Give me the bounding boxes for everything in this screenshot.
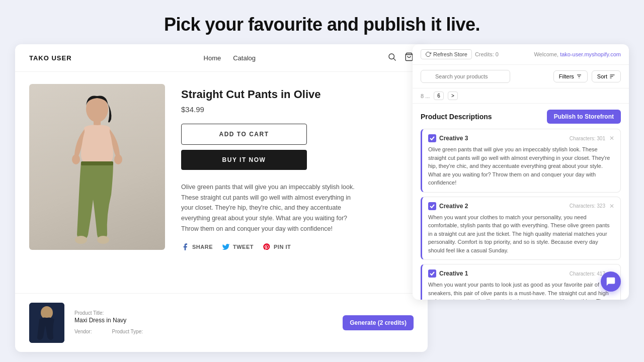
shopify-card: TAKO USER Home Catalog [15,44,428,352]
creative-2-label: Creative 2 [439,203,468,210]
credits-display: Credits: 0 [475,51,499,57]
shopify-nav: Home Catalog [204,54,256,62]
pagination-prev: 8 ... [421,93,430,99]
product-price: $34.99 [181,105,414,114]
creative-3-close[interactable]: ✕ [609,135,614,142]
tako-search-row: Filters Sort [413,65,629,88]
tako-search-wrap [421,70,549,83]
product-description: Olive green pants that will give you an … [181,182,362,234]
cards-container: TAKO USER Home Catalog [0,44,644,352]
creative-1-label: Creative 1 [439,270,468,277]
welcome-text: Welcome, tako-user.myshopify.com [534,51,621,57]
vendor-label: Vendor: [74,329,92,334]
chat-bubble-button[interactable] [601,272,621,292]
tako-panel: Refresh Store Credits: 0 Welcome, tako-u… [413,44,629,300]
sort-button[interactable]: Sort [592,70,621,82]
nav-catalog[interactable]: Catalog [233,54,256,62]
shopify-header-icons [387,52,414,63]
mini-product-image [29,303,64,343]
share-facebook[interactable]: SHARE [181,243,213,251]
creative-1-checkbox[interactable] [428,269,436,278]
mini-fields-row: Vendor: Product Type: [74,329,333,335]
creative-2-checkbox[interactable] [428,202,436,210]
tako-header-left: Refresh Store Credits: 0 [421,49,499,59]
product-search-input[interactable] [421,70,510,83]
share-twitter[interactable]: TWEET [222,243,254,251]
shopify-header: TAKO USER Home Catalog [15,44,428,72]
shopify-product: Straight Cut Pants in Olive $34.99 ADD T… [15,72,428,293]
creative-1-chars: Characters: 417 [570,271,605,277]
svg-point-0 [389,54,394,59]
creative-2-text: When you want your clothes to match your… [428,213,614,255]
svg-point-9 [97,236,109,244]
nav-home[interactable]: Home [204,54,221,62]
creative-3-chars: Characters: 301 [570,136,605,141]
filters-button[interactable]: Filters [553,70,588,82]
creative-1-text: When you want your pants to look just as… [428,281,614,300]
social-share: SHARE TWEET PIN IT [181,243,414,251]
search-icon[interactable] [387,52,396,63]
creative-card-1-header: Creative 1 Characters: 417 ✕ [428,269,614,278]
product-image [29,84,165,250]
creative-2-chars: Characters: 323 [570,203,605,209]
add-to-cart-button[interactable]: ADD TO CART [181,124,307,145]
creative-card-1: Creative 1 Characters: 417 ✕ When you wa… [421,264,621,300]
creative-3-checkbox[interactable] [428,134,436,142]
publish-storefront-button[interactable]: Publish to Storefront [547,110,621,124]
creative-3-label: Creative 3 [439,135,468,142]
filter-icon [576,73,582,79]
refresh-store-button[interactable]: Refresh Store [421,49,472,59]
svg-line-1 [393,58,395,60]
shopify-bottom-row: Product Title: Maxi Dress in Navy Vendor… [15,293,428,352]
user-store-link[interactable]: tako-user.myshopify.com [560,51,621,57]
generate-button[interactable]: Generate (2 credits) [343,315,414,330]
creative-card-2: Creative 2 Characters: 323 ✕ When you wa… [421,197,621,260]
share-pinterest[interactable]: PIN IT [263,243,291,251]
type-label: Product Type: [112,329,143,334]
tako-scroll-container[interactable]: Product Descriptions Publish to Storefro… [413,104,629,300]
tako-section-1: Product Descriptions Publish to Storefro… [413,104,629,300]
creative-card-2-header: Creative 2 Characters: 323 ✕ [428,202,614,210]
creative-3-text: Olive green pants that will give you an … [428,145,614,187]
page-wrapper: Pick your favourite and publish it live.… [0,0,644,362]
tako-section-header-1: Product Descriptions Publish to Storefro… [421,110,621,124]
svg-point-6 [114,154,122,164]
svg-rect-7 [81,161,113,165]
product-info: Straight Cut Pants in Olive $34.99 ADD T… [181,84,414,283]
svg-point-5 [72,154,80,164]
product-image-wrap [29,84,165,283]
pagination-next-button[interactable]: > [448,92,458,100]
pagination-current-page[interactable]: 6 [434,92,444,100]
creative-2-meta: Characters: 323 ✕ [570,203,614,210]
creative-card-3-header: Creative 3 Characters: 301 ✕ [428,134,614,142]
creative-3-label-wrap: Creative 3 [428,134,468,142]
tako-pagination: 8 ... 6 > [413,88,629,104]
mini-product-fields: Product Title: Maxi Dress in Navy Vendor… [74,310,333,335]
creative-2-label-wrap: Creative 2 [428,202,468,210]
creative-2-close[interactable]: ✕ [609,203,614,210]
product-title-value: Maxi Dress in Navy [74,317,333,324]
page-headline: Pick your favourite and publish it live. [0,0,644,44]
svg-point-11 [41,306,53,319]
buy-now-button[interactable]: BUY IT NOW [181,150,307,170]
shopify-logo: TAKO USER [29,54,72,62]
svg-point-8 [75,236,87,244]
sort-icon [609,73,615,79]
creative-3-meta: Characters: 301 ✕ [570,135,614,142]
section-title-1: Product Descriptions [421,113,492,121]
product-title: Straight Cut Pants in Olive [181,88,414,101]
product-title-label: Product Title: [74,310,333,316]
tako-header: Refresh Store Credits: 0 Welcome, tako-u… [413,44,629,65]
creative-card-3: Creative 3 Characters: 301 ✕ Olive green… [421,129,621,193]
creative-1-label-wrap: Creative 1 [428,269,468,278]
